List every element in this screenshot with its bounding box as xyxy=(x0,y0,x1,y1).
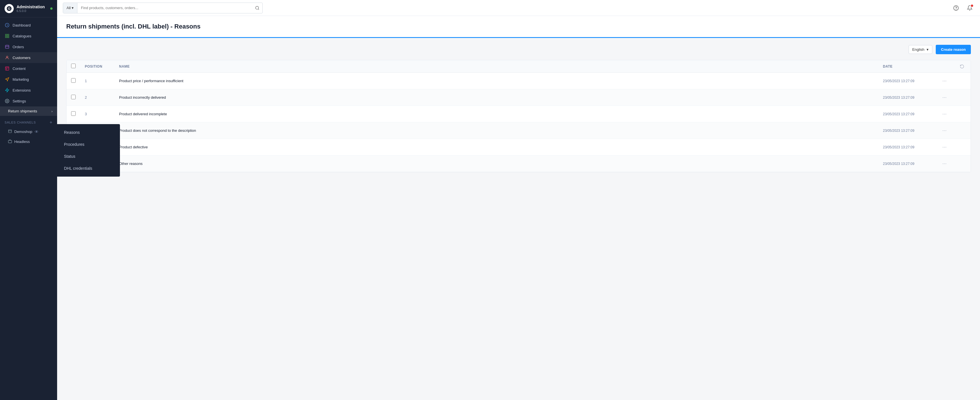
table-header-row: Position Name Date xyxy=(67,60,970,73)
help-button[interactable] xyxy=(951,3,961,13)
add-sales-channel-icon[interactable]: + xyxy=(50,120,52,125)
restore-all-button[interactable] xyxy=(960,64,964,69)
svg-point-8 xyxy=(6,56,8,58)
row-more-button[interactable]: ··· xyxy=(940,110,949,118)
select-all-checkbox[interactable] xyxy=(71,63,76,68)
submenu-item-reasons[interactable]: Reasons xyxy=(57,126,120,138)
row-checkbox-cell xyxy=(67,106,80,122)
row-more-button[interactable]: ··· xyxy=(940,77,949,85)
table-row: 3 Product delivered incomplete 23/05/202… xyxy=(67,106,970,122)
row-name[interactable]: Product does not correspond to the descr… xyxy=(115,122,878,139)
sidebar-item-settings[interactable]: Settings xyxy=(0,95,57,106)
row-name[interactable]: Product incorrectly delivered xyxy=(115,89,878,106)
svg-rect-3 xyxy=(5,34,7,36)
submenu-item-status[interactable]: Status xyxy=(57,150,120,162)
row-more-button[interactable]: ··· xyxy=(940,159,949,168)
sidebar-item-marketing[interactable]: Marketing xyxy=(0,74,57,85)
toolbar: English ▾ Create reason xyxy=(66,45,971,54)
svg-point-15 xyxy=(956,9,956,9)
demoshop-label: Demoshop xyxy=(14,130,32,134)
row-checkbox[interactable] xyxy=(71,111,76,116)
demoshop-visibility-icon[interactable]: 👁 xyxy=(35,130,38,134)
dashboard-icon xyxy=(5,22,10,28)
row-checkbox[interactable] xyxy=(71,95,76,99)
sidebar-item-label: Customers xyxy=(13,56,30,60)
row-more-button[interactable]: ··· xyxy=(940,143,949,151)
app-logo: G xyxy=(5,4,14,13)
language-select[interactable]: English ▾ xyxy=(908,45,932,54)
chevron-right-icon: › xyxy=(51,110,52,113)
topbar: All ▾ xyxy=(57,0,980,16)
sales-channels-label: Sales Channels xyxy=(5,121,36,124)
table-row: 1 Product price / performance insufficie… xyxy=(67,73,970,89)
svg-rect-12 xyxy=(8,140,12,143)
sidebar-item-label: Dashboard xyxy=(13,23,31,27)
date-header: Date xyxy=(878,60,935,73)
orders-icon xyxy=(5,44,10,49)
page-header: Return shipments (incl. DHL label) - Rea… xyxy=(57,16,980,38)
return-shipments-label: Return shipments xyxy=(8,109,37,113)
extensions-icon xyxy=(5,87,10,93)
sidebar-item-content[interactable]: Content xyxy=(0,63,57,74)
search-filter-button[interactable]: All ▾ xyxy=(63,3,77,13)
marketing-icon xyxy=(5,77,10,82)
svg-rect-4 xyxy=(8,34,9,36)
catalogue-icon xyxy=(5,33,10,38)
sidebar-item-label: Extensions xyxy=(13,88,31,92)
submenu-popup: Reasons Procedures Status DHL credential… xyxy=(57,124,120,176)
row-restore xyxy=(953,139,970,156)
page-body: English ▾ Create reason Position xyxy=(57,38,980,179)
sidebar-item-orders[interactable]: Orders xyxy=(0,41,57,52)
search-filter-chevron: ▾ xyxy=(72,6,74,10)
headless-label: Headless xyxy=(14,140,30,144)
svg-rect-6 xyxy=(8,36,9,38)
row-more-button[interactable]: ··· xyxy=(940,93,949,102)
svg-point-13 xyxy=(256,6,259,10)
svg-rect-7 xyxy=(5,45,9,49)
language-chevron-down-icon: ▾ xyxy=(927,48,929,52)
row-name[interactable]: Product price / performance insufficient xyxy=(115,73,878,89)
sidebar: G Administration 6.5.0.0 Dashboard Catal… xyxy=(0,0,57,400)
submenu-item-dhl-credentials[interactable]: DHL credentials xyxy=(57,162,120,174)
row-name[interactable]: Other reasons xyxy=(115,156,878,172)
row-actions: ··· xyxy=(935,106,953,122)
row-position: 2 xyxy=(80,89,115,106)
brand-name: Administration xyxy=(17,5,45,10)
sidebar-item-catalogues[interactable]: Catalogues xyxy=(0,30,57,41)
row-name[interactable]: Product defective xyxy=(115,139,878,156)
sidebar-item-label: Catalogues xyxy=(13,34,32,38)
sidebar-item-demoshop[interactable]: Demoshop 👁 xyxy=(0,127,57,137)
sidebar-item-label: Settings xyxy=(13,99,26,103)
select-all-header xyxy=(67,60,80,73)
customers-icon xyxy=(5,55,10,60)
sidebar-item-customers[interactable]: Customers xyxy=(0,52,57,63)
row-more-button[interactable]: ··· xyxy=(940,126,949,135)
sales-channels-section: Sales Channels + xyxy=(0,116,57,127)
row-checkbox-cell xyxy=(67,73,80,89)
page-title: Return shipments (incl. DHL label) - Rea… xyxy=(66,23,971,30)
row-checkbox[interactable] xyxy=(71,78,76,83)
sidebar-item-dashboard[interactable]: Dashboard xyxy=(0,20,57,30)
row-name[interactable]: Product delivered incomplete xyxy=(115,106,878,122)
row-date: 23/05/2023 13:27:09 xyxy=(878,122,935,139)
sidebar-item-headless[interactable]: Headless xyxy=(0,137,57,147)
submenu-item-procedures[interactable]: Procedures xyxy=(57,138,120,150)
actions-header xyxy=(935,60,953,73)
row-date: 23/05/2023 13:27:09 xyxy=(878,89,935,106)
sidebar-sub-item-return-shipments[interactable]: Return shipments › xyxy=(0,106,57,116)
svg-rect-9 xyxy=(5,67,9,70)
language-label: English xyxy=(912,48,924,52)
brand-version: 6.5.0.0 xyxy=(17,9,45,13)
sidebar-item-extensions[interactable]: Extensions xyxy=(0,85,57,95)
row-actions: ··· xyxy=(935,89,953,106)
svg-rect-11 xyxy=(9,130,12,133)
search-submit-button[interactable] xyxy=(252,3,262,13)
search-input[interactable] xyxy=(77,3,252,13)
sidebar-item-label: Marketing xyxy=(13,77,29,82)
create-reason-button[interactable]: Create reason xyxy=(936,45,971,54)
row-restore xyxy=(953,73,970,89)
notification-button[interactable] xyxy=(965,3,974,13)
row-restore xyxy=(953,156,970,172)
sidebar-item-label: Content xyxy=(13,67,26,71)
reasons-table-container: Position Name Date xyxy=(66,60,971,172)
